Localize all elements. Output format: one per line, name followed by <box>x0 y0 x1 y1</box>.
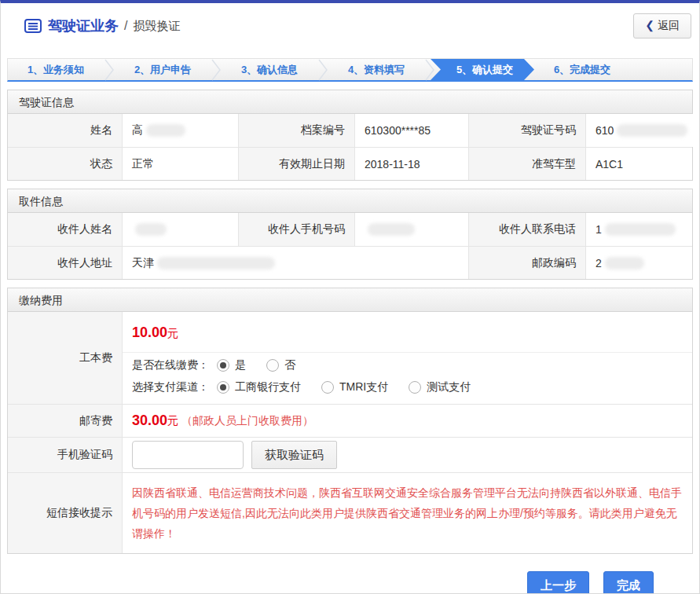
get-code-button[interactable]: 获取验证码 <box>251 441 337 469</box>
radio-label: 测试支付 <box>427 380 471 394</box>
status-label: 状态 <box>8 147 122 180</box>
sms-code-row: 手机验证码 获取验证码 <box>8 437 692 472</box>
postage-amount: 30.00 <box>132 412 167 429</box>
pickup-info-title: 取件信息 <box>8 189 692 213</box>
back-button-label: 返回 <box>658 19 680 31</box>
pickup-info-row-2: 收件人地址 天津 邮政编码 2 <box>8 246 692 279</box>
vehicle-class-label: 准驾车型 <box>468 147 585 180</box>
card-fee-amount: 10.00 <box>132 324 167 340</box>
radio-unselected-icon <box>266 359 279 372</box>
sms-tip-label: 短信接收提示 <box>8 472 122 553</box>
damaged-license-renewal-page: { "header": { "title": "驾驶证业务", "crumb_s… <box>0 0 700 594</box>
sms-tip-row: 短信接收提示 因陕西省联通、电信运营商技术问题，陕西省互联网交通安全综合服务管理… <box>8 472 692 553</box>
card-fee-amount-line: 10.00元 <box>123 312 692 353</box>
recipient-name-value <box>122 213 238 246</box>
redaction-smudge <box>135 223 167 236</box>
file-number-value: 610300****85 <box>354 114 468 147</box>
fees-section: 缴纳费用 工本费 10.00元 是否在线缴费： 是 否 <box>7 288 693 554</box>
card-fee-unit: 元 <box>167 327 178 339</box>
step-progress-bar: 1、业务须知 2、用户申告 3、确认信息 4、资料填写 5、确认提交 6、完成提… <box>7 58 693 82</box>
status-value: 正常 <box>122 147 238 180</box>
license-info-section: 驾驶证信息 姓名 高 档案编号 610300****85 驾驶证号码 610 状… <box>7 90 693 181</box>
vehicle-class-value: A1C1 <box>585 147 692 180</box>
online-pay-label: 是否在线缴费： <box>132 358 209 372</box>
previous-step-button[interactable]: 上一步 <box>527 571 589 594</box>
radio-online-pay-yes[interactable]: 是 <box>217 358 246 372</box>
step-separator-icon <box>317 59 328 80</box>
pay-channel-label: 选择支付渠道： <box>132 380 209 394</box>
license-info-row-2: 状态 正常 有效期止日期 2018-11-18 准驾车型 A1C1 <box>8 147 692 180</box>
redaction-smudge <box>157 257 275 270</box>
tab-step-3[interactable]: 3、确认信息 <box>222 59 317 80</box>
postage-label: 邮寄费 <box>8 404 122 437</box>
radio-label: 是 <box>235 358 246 372</box>
radio-selected-icon <box>217 359 229 372</box>
form-list-icon <box>24 19 42 33</box>
sms-code-content: 获取验证码 <box>122 437 692 472</box>
postage-value: 30.00元 （邮政人员上门收取费用） <box>122 404 692 437</box>
radio-unselected-icon <box>409 381 421 394</box>
radio-label: 工商银行支付 <box>235 380 301 394</box>
radio-channel-tmri[interactable]: TMRI支付 <box>321 380 388 394</box>
file-number-label: 档案编号 <box>238 114 354 147</box>
footer-actions: 上一步 完成 <box>1 554 699 594</box>
tab-step-1[interactable]: 1、业务须知 <box>8 59 104 80</box>
back-button[interactable]: ❮返回 <box>633 13 691 38</box>
recipient-mobile-label: 收件人手机号码 <box>238 213 354 246</box>
radio-channel-icbc[interactable]: 工商银行支付 <box>217 380 301 394</box>
redaction-smudge <box>617 124 687 137</box>
page-header: 驾驶证业务 / 损毁换证 ❮返回 <box>1 3 699 49</box>
sms-code-label: 手机验证码 <box>8 437 122 472</box>
tab-step-4[interactable]: 4、资料填写 <box>328 59 424 80</box>
name-value: 高 <box>122 114 238 147</box>
pay-channel-line: 选择支付渠道： 工商银行支付 TMRI支付 测试支付 <box>123 375 692 404</box>
recipient-name-label: 收件人姓名 <box>8 213 122 246</box>
license-number-label: 驾驶证号码 <box>468 114 585 147</box>
fees-title: 缴纳费用 <box>8 288 692 312</box>
pickup-info-row-1: 收件人姓名 收件人手机号码 收件人联系电话 1 <box>8 213 692 246</box>
chevron-left-icon: ❮ <box>645 19 654 31</box>
finish-button[interactable]: 完成 <box>603 571 654 594</box>
breadcrumb-current: 损毁换证 <box>133 19 180 34</box>
recipient-phone-label: 收件人联系电话 <box>468 213 585 246</box>
step-separator-icon <box>211 59 222 80</box>
postal-code-label: 邮政编码 <box>468 246 585 279</box>
name-label: 姓名 <box>8 114 122 147</box>
radio-label: TMRI支付 <box>339 380 388 394</box>
sms-tip-text: 因陕西省联通、电信运营商技术问题，陕西省互联网交通安全综合服务管理平台无法向持陕… <box>122 472 692 553</box>
license-number-value: 610 <box>585 114 697 147</box>
radio-online-pay-no[interactable]: 否 <box>266 358 295 372</box>
online-pay-options: 是 否 <box>217 358 295 372</box>
card-fee-label: 工本费 <box>8 312 122 404</box>
radio-channel-test[interactable]: 测试支付 <box>409 380 471 394</box>
redaction-smudge <box>146 124 185 137</box>
redaction-smudge <box>368 223 415 236</box>
card-fee-content: 10.00元 是否在线缴费： 是 否 选择支付渠道： <box>122 312 692 404</box>
postal-code-value: 2 <box>585 246 692 279</box>
pickup-info-section: 取件信息 收件人姓名 收件人手机号码 收件人联系电话 1 收件人地址 天津 邮政… <box>7 189 693 280</box>
tab-step-6[interactable]: 6、完成提交 <box>534 59 630 80</box>
license-info-row-1: 姓名 高 档案编号 610300****85 驾驶证号码 610 <box>8 114 692 147</box>
tab-step-2[interactable]: 2、用户申告 <box>115 59 211 80</box>
step-separator-icon <box>104 59 115 80</box>
redaction-smudge <box>605 223 676 236</box>
card-fee-row: 工本费 10.00元 是否在线缴费： 是 否 选 <box>8 312 692 404</box>
postage-row: 邮寄费 30.00元 （邮政人员上门收取费用） <box>8 404 692 437</box>
online-pay-line: 是否在线缴费： 是 否 <box>123 353 692 375</box>
radio-label: 否 <box>284 358 295 372</box>
page-title: 驾驶证业务 <box>48 16 119 35</box>
expiry-label: 有效期止日期 <box>238 147 354 180</box>
breadcrumb-separator: / <box>124 19 127 33</box>
license-info-title: 驾驶证信息 <box>8 90 692 114</box>
radio-selected-icon <box>217 381 229 394</box>
recipient-phone-value: 1 <box>585 213 692 246</box>
radio-unselected-icon <box>321 381 334 394</box>
postage-unit: 元 <box>167 414 178 428</box>
recipient-mobile-value <box>354 213 468 246</box>
tab-step-5-active[interactable]: 5、确认提交 <box>431 59 534 80</box>
postage-note: （邮政人员上门收取费用） <box>181 414 313 428</box>
recipient-address-value: 天津 <box>122 246 468 279</box>
expiry-value: 2018-11-18 <box>354 147 468 180</box>
sms-code-input[interactable] <box>132 441 244 469</box>
pay-channel-options: 工商银行支付 TMRI支付 测试支付 <box>217 380 471 394</box>
